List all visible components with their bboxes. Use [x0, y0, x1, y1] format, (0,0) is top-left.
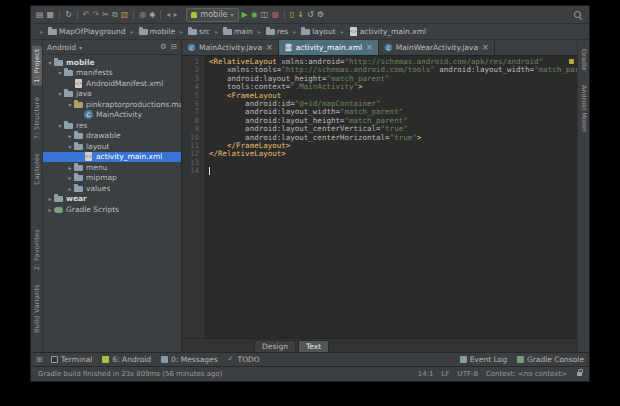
breadcrumb-item[interactable]: res: [255, 27, 288, 36]
todo-tool-button[interactable]: TODO: [228, 355, 260, 364]
code-line[interactable]: 12</RelativeLayout>: [182, 150, 577, 158]
right-tool-strip: Gradle Android Model: [577, 40, 589, 352]
undo-icon[interactable]: ↶: [83, 10, 90, 20]
line-number: 4: [182, 83, 203, 91]
search-icon[interactable]: [574, 11, 582, 19]
terminal-tool-button[interactable]: Terminal: [51, 355, 93, 364]
tree-item[interactable]: ▸ mipmap: [43, 173, 181, 184]
code-line-text: [203, 167, 210, 175]
save-icon[interactable]: ▦: [47, 10, 55, 20]
editor-tab[interactable]: MainWearActivity.java: [379, 40, 495, 55]
tree-item[interactable]: ▸ wear: [43, 194, 181, 205]
tree-expand-arrow[interactable]: ▾: [66, 143, 74, 150]
open-icon[interactable]: ▤: [36, 10, 44, 20]
tree-item[interactable]: ▸ menu: [43, 162, 181, 173]
lock-icon[interactable]: [577, 372, 582, 376]
project-structure-icon[interactable]: ⚙: [317, 10, 324, 20]
tool-window-access-icon[interactable]: [36, 355, 43, 364]
android-tool-button[interactable]: 6: Android: [102, 355, 151, 364]
avd-manager-icon[interactable]: ▯: [290, 10, 294, 20]
breadcrumb-item[interactable]: layout: [290, 27, 335, 36]
back-arrow-icon[interactable]: ◂: [166, 10, 170, 20]
find-icon[interactable]: ◎: [139, 10, 146, 20]
gradle-tool-button[interactable]: Gradle: [579, 46, 589, 74]
tree-item-label: values: [86, 184, 110, 193]
tree-item[interactable]: AndroidManifest.xml: [43, 78, 181, 89]
close-icon[interactable]: [366, 43, 373, 52]
gradle-sync-icon[interactable]: ↺: [307, 10, 314, 20]
tree-item[interactable]: ▾ pinkraptorproductions.mapsofplayground: [43, 99, 181, 110]
line-separator-widget[interactable]: LF: [442, 370, 450, 378]
tree-expand-arrow[interactable]: ▸: [46, 195, 54, 202]
main-toolbar: ▤ ▦ ↻ ↶ ↷ ✂ ⧉ ▧ ◎: [31, 6, 589, 24]
tree-item[interactable]: ▸ drawable: [43, 131, 181, 142]
close-icon[interactable]: [482, 43, 489, 52]
code-area[interactable]: 1<RelativeLayout xmlns:android="http://s…: [182, 56, 577, 338]
tree-item[interactable]: ▾ layout: [43, 141, 181, 152]
close-icon[interactable]: [266, 43, 273, 52]
replace-icon[interactable]: ◈: [149, 10, 155, 20]
tree-item[interactable]: ▸ values: [43, 183, 181, 194]
cut-icon[interactable]: ✂: [102, 10, 109, 20]
sync-icon[interactable]: ↻: [65, 10, 72, 20]
redo-icon[interactable]: ↷: [93, 10, 100, 20]
run-configuration-select[interactable]: mobile: [186, 8, 238, 22]
run-icon[interactable]: ▶: [242, 10, 248, 20]
breadcrumb-item[interactable]: src: [177, 27, 210, 36]
tree-item[interactable]: ▸ Gradle Scripts: [43, 204, 181, 215]
code-line[interactable]: 14: [182, 167, 577, 175]
code-line[interactable]: 13: [182, 159, 577, 167]
build-variants-tool-button[interactable]: Build Variants: [32, 281, 42, 336]
tree-item-label: drawable: [86, 131, 121, 140]
tree-expand-arrow[interactable]: ▸: [46, 206, 54, 213]
terminal-icon: [51, 356, 58, 363]
forward-arrow-icon[interactable]: ▸: [173, 10, 177, 20]
tree-item[interactable]: ▾ manifests: [43, 68, 181, 79]
breadcrumb-item[interactable]: MapOfPlayground: [37, 27, 126, 36]
run-coverage-icon[interactable]: ◫: [261, 10, 269, 20]
view-tab[interactable]: Text: [298, 340, 329, 352]
editor-tab[interactable]: activity_main.xml: [279, 40, 379, 55]
tree-expand-arrow[interactable]: ▾: [56, 69, 64, 76]
encoding-widget[interactable]: UTF-8: [458, 370, 478, 378]
tree-item[interactable]: ▾ java: [43, 89, 181, 100]
structure-tool-button[interactable]: 7: Structure: [32, 94, 42, 142]
tree-expand-arrow[interactable]: ▾: [56, 122, 64, 129]
breadcrumb-item[interactable]: activity_main.xml: [338, 27, 426, 36]
tree-expand-arrow[interactable]: ▸: [66, 164, 74, 171]
favorites-tool-button[interactable]: 2: Favorites: [32, 226, 42, 273]
collapse-all-icon[interactable]: ⊟: [171, 42, 177, 52]
messages-tool-button[interactable]: 0: Messages: [161, 355, 217, 364]
right-strip-top: Gradle Android Model: [579, 46, 589, 134]
breadcrumb-item[interactable]: main: [212, 27, 253, 36]
tree-expand-arrow[interactable]: ▸: [66, 174, 74, 181]
tree-item[interactable]: ▾ mobile: [43, 57, 181, 68]
debug-icon[interactable]: ◉: [251, 10, 258, 20]
project-tool-button[interactable]: 1: Project: [32, 46, 42, 86]
tree-expand-arrow[interactable]: ▸: [66, 185, 74, 192]
breadcrumb-item[interactable]: mobile: [128, 27, 175, 36]
android-studio-window: ▤ ▦ ↻ ↶ ↷ ✂ ⧉ ▧ ◎: [30, 5, 590, 382]
sdk-manager-icon[interactable]: ↓: [297, 10, 304, 20]
event-log-tool-button[interactable]: Event Log: [460, 355, 507, 364]
stop-icon[interactable]: ■: [271, 10, 279, 20]
folder-icon: [74, 163, 83, 172]
editor-tab[interactable]: MainActivity.java: [182, 40, 279, 55]
caret-position-widget[interactable]: 14:1: [418, 370, 434, 378]
code-line-text: [203, 159, 209, 167]
tree-expand-arrow[interactable]: ▾: [56, 90, 64, 97]
settings-gear-icon[interactable]: ⚙: [160, 42, 167, 52]
tree-expand-arrow[interactable]: ▾: [66, 101, 74, 108]
copy-icon[interactable]: ⧉: [112, 10, 118, 20]
android-model-tool-button[interactable]: Android Model: [579, 82, 589, 135]
tree-expand-arrow[interactable]: ▸: [66, 132, 74, 139]
gradle-console-tool-button[interactable]: Gradle Console: [517, 355, 584, 364]
paste-icon[interactable]: ▧: [121, 10, 129, 20]
tree-item[interactable]: MainActivity: [43, 110, 181, 121]
tree-expand-arrow[interactable]: ▾: [46, 59, 54, 66]
tree-item[interactable]: ▾ res: [43, 120, 181, 131]
captures-tool-button[interactable]: Captures: [32, 150, 42, 188]
project-view-select[interactable]: Android: [47, 43, 82, 52]
view-tab[interactable]: Design: [254, 340, 296, 352]
tree-item[interactable]: activity_main.xml: [43, 152, 181, 163]
